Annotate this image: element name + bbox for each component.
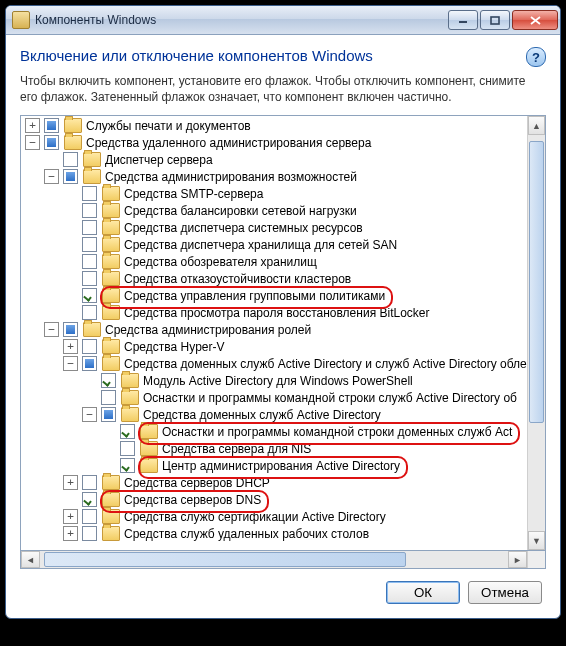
page-description: Чтобы включить компонент, установите его… xyxy=(20,73,546,105)
checkbox[interactable] xyxy=(82,356,97,371)
tree-row[interactable]: Средства управления групповыми политикам… xyxy=(21,287,527,304)
checkbox[interactable] xyxy=(82,203,97,218)
feature-tree: +Службы печати и документов−Средства уда… xyxy=(20,115,546,551)
tree-row[interactable]: Диспетчер сервера xyxy=(21,151,527,168)
checkbox[interactable] xyxy=(120,424,135,439)
checkbox[interactable] xyxy=(82,254,97,269)
tree-item-label: Диспетчер сервера xyxy=(105,153,213,167)
checkbox[interactable] xyxy=(82,220,97,235)
tree-row[interactable]: +Средства Hyper-V xyxy=(21,338,527,355)
checkbox[interactable] xyxy=(82,526,97,541)
scroll-right-button[interactable]: ► xyxy=(508,551,527,568)
collapse-icon[interactable]: − xyxy=(63,356,78,371)
tree-row[interactable]: Модуль Active Directory для Windows Powe… xyxy=(21,372,527,389)
tree-row[interactable]: Средства серверов DNS xyxy=(21,491,527,508)
tree-row[interactable]: Средства отказоустойчивости кластеров xyxy=(21,270,527,287)
checkbox[interactable] xyxy=(120,441,135,456)
checkbox[interactable] xyxy=(101,390,116,405)
checkbox[interactable] xyxy=(82,305,97,320)
checkbox[interactable] xyxy=(82,186,97,201)
collapse-icon[interactable]: − xyxy=(44,169,59,184)
tree-item-label: Средства отказоустойчивости кластеров xyxy=(124,272,351,286)
close-button[interactable] xyxy=(512,10,558,30)
tree-item-label: Средства доменных служб Active Directory xyxy=(143,408,381,422)
folder-icon xyxy=(102,220,120,235)
checkbox[interactable] xyxy=(82,339,97,354)
scroll-thumb-h[interactable] xyxy=(44,552,406,567)
tree-row[interactable]: −Средства удаленного администрирования с… xyxy=(21,134,527,151)
vertical-scrollbar[interactable]: ▲ ▼ xyxy=(527,116,545,550)
tree-item-label: Средства служб удаленных рабочих столов xyxy=(124,527,369,541)
scroll-down-button[interactable]: ▼ xyxy=(528,531,545,550)
tree-row[interactable]: Оснастки и программы командной строки до… xyxy=(21,423,527,440)
folder-icon xyxy=(102,526,120,541)
checkbox[interactable] xyxy=(44,135,59,150)
tree-item-label: Модуль Active Directory для Windows Powe… xyxy=(143,374,413,388)
checkbox[interactable] xyxy=(82,237,97,252)
checkbox[interactable] xyxy=(44,118,59,133)
checkbox[interactable] xyxy=(120,458,135,473)
tree-row[interactable]: +Средства серверов DHCP xyxy=(21,474,527,491)
checkbox[interactable] xyxy=(101,373,116,388)
horizontal-scrollbar[interactable]: ◄ ► xyxy=(20,551,546,569)
expand-icon[interactable]: + xyxy=(63,526,78,541)
help-icon[interactable]: ? xyxy=(526,47,546,67)
collapse-icon[interactable]: − xyxy=(25,135,40,150)
tree-row[interactable]: Средства SMTP-сервера xyxy=(21,185,527,202)
maximize-button[interactable] xyxy=(480,10,510,30)
tree-row[interactable]: −Средства администрирования возможностей xyxy=(21,168,527,185)
ok-button[interactable]: ОК xyxy=(386,581,460,604)
titlebar[interactable]: Компоненты Windows xyxy=(6,6,560,35)
svg-rect-1 xyxy=(491,17,499,24)
checkbox[interactable] xyxy=(82,492,97,507)
tree-row[interactable]: −Средства администрирования ролей xyxy=(21,321,527,338)
tree-item-label: Средства администрирования возможностей xyxy=(105,170,357,184)
scroll-up-button[interactable]: ▲ xyxy=(528,116,545,135)
checkbox[interactable] xyxy=(82,475,97,490)
expand-icon[interactable]: + xyxy=(63,339,78,354)
expand-icon[interactable]: + xyxy=(63,509,78,524)
tree-row[interactable]: Средства диспетчера хранилища для сетей … xyxy=(21,236,527,253)
folder-icon xyxy=(102,492,120,507)
checkbox[interactable] xyxy=(82,509,97,524)
checkbox[interactable] xyxy=(82,288,97,303)
window-title: Компоненты Windows xyxy=(35,13,156,27)
scroll-thumb[interactable] xyxy=(529,141,544,423)
tree-row[interactable]: Средства диспетчера системных ресурсов xyxy=(21,219,527,236)
scroll-left-button[interactable]: ◄ xyxy=(21,551,40,568)
tree-row[interactable]: +Службы печати и документов xyxy=(21,117,527,134)
tree-row[interactable]: Центр администрирования Active Directory xyxy=(21,457,527,474)
checkbox[interactable] xyxy=(101,407,116,422)
tree-item-label: Средства серверов DHCP xyxy=(124,476,270,490)
tree-row[interactable]: −Средства доменных служб Active Director… xyxy=(21,355,527,372)
tree-row[interactable]: Оснастки и программы командной строки сл… xyxy=(21,389,527,406)
checkbox[interactable] xyxy=(63,169,78,184)
minimize-button[interactable] xyxy=(448,10,478,30)
expand-icon[interactable]: + xyxy=(25,118,40,133)
tree-row[interactable]: +Средства служб сертификации Active Dire… xyxy=(21,508,527,525)
tree-row[interactable]: Средства сервера для NIS xyxy=(21,440,527,457)
folder-icon xyxy=(83,322,101,337)
folder-icon xyxy=(102,186,120,201)
folder-icon xyxy=(83,152,101,167)
checkbox[interactable] xyxy=(63,152,78,167)
tree-row[interactable]: −Средства доменных служб Active Director… xyxy=(21,406,527,423)
tree-row[interactable]: Средства просмотра пароля восстановления… xyxy=(21,304,527,321)
tree-item-label: Средства Hyper-V xyxy=(124,340,225,354)
folder-icon xyxy=(121,390,139,405)
collapse-icon[interactable]: − xyxy=(82,407,97,422)
collapse-icon[interactable]: − xyxy=(44,322,59,337)
checkbox[interactable] xyxy=(63,322,78,337)
folder-icon xyxy=(102,356,120,371)
tree-row[interactable]: Средства балансировки сетевой нагрузки xyxy=(21,202,527,219)
expand-icon[interactable]: + xyxy=(63,475,78,490)
tree-item-label: Средства диспетчера хранилища для сетей … xyxy=(124,238,397,252)
tree-row[interactable]: Средства обозревателя хранилищ xyxy=(21,253,527,270)
tree-item-label: Средства SMTP-сервера xyxy=(124,187,263,201)
page-title: Включение или отключение компонентов Win… xyxy=(20,47,373,64)
folder-icon xyxy=(102,271,120,286)
checkbox[interactable] xyxy=(82,271,97,286)
tree-row[interactable]: +Средства служб удаленных рабочих столов xyxy=(21,525,527,542)
tree-item-label: Средства серверов DNS xyxy=(124,493,261,507)
cancel-button[interactable]: Отмена xyxy=(468,581,542,604)
